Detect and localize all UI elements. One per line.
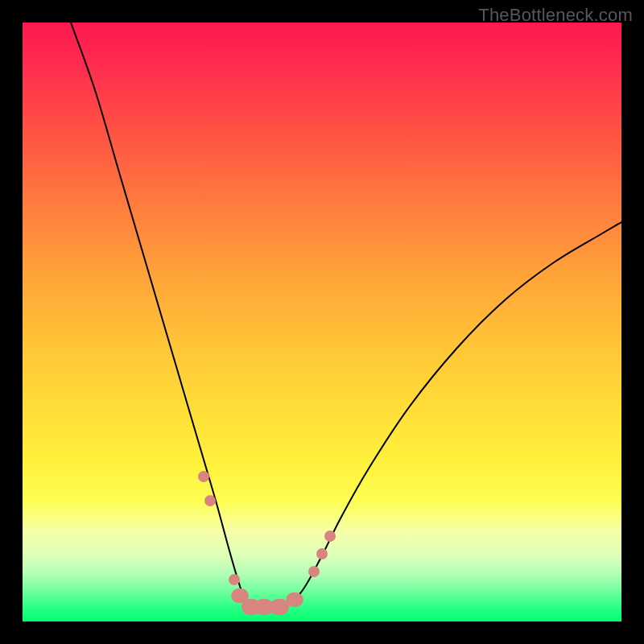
data-marker <box>308 566 320 577</box>
plot-area <box>23 23 621 621</box>
data-marker <box>286 592 303 607</box>
data-marker <box>204 495 216 506</box>
data-marker <box>324 530 336 542</box>
chart-frame: TheBottleneck.com <box>0 0 644 644</box>
marker-group <box>198 471 336 615</box>
curve-path <box>71 23 621 608</box>
series-group <box>71 23 621 608</box>
data-marker <box>229 574 240 585</box>
chart-svg <box>23 23 621 621</box>
watermark-text: TheBottleneck.com <box>478 5 633 26</box>
data-marker <box>316 548 328 559</box>
data-marker <box>270 599 289 615</box>
data-marker <box>198 471 209 482</box>
